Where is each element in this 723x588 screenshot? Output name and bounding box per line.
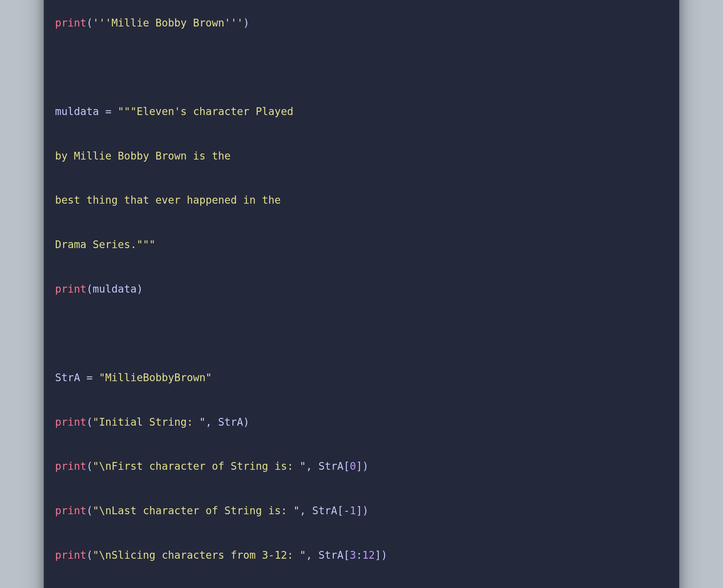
blank-line [55,56,668,78]
punct: ( [86,505,93,517]
string-literal: '''Millie Bobby Brown''' [93,17,243,29]
function-call: print [55,460,86,472]
function-call: print [55,505,86,517]
punct: , StrA[ [300,505,343,517]
code-line: StrA = "MillieBobbyBrown" [55,367,668,389]
code-line: Drama Series.""" [55,234,668,256]
string-literal: "\nSlicing characters from 3-12: " [93,549,306,561]
function-call: print [55,283,86,295]
punct: ) [243,17,250,29]
code-line: print("Initial String: ", StrA) [55,411,668,433]
string-literal: by Millie Bobby Brown is the [55,150,237,162]
string-literal: best thing that ever happened in the [55,194,287,206]
punct: ( [86,17,93,29]
punct: ]) [375,549,388,561]
string-literal: "\nLast character of String is: " [93,505,300,517]
number-literal: 1 [350,505,356,517]
code-line: print(muldata) [55,278,668,300]
number-literal: 3 [350,549,356,561]
code-line: best thing that ever happened in the [55,189,668,211]
assignment: StrA = [55,372,99,384]
code-line: print("\nSlicing characters from 3-12: "… [55,544,668,566]
code-line: muldata = """Eleven's character Played [55,101,668,123]
string-literal: "Initial String: " [93,416,206,428]
operator: : [356,549,363,561]
punct: , StrA[ [306,460,349,472]
assignment: muldata = [55,106,118,118]
punct: ]) [356,460,369,472]
punct: , StrA[ [306,549,349,561]
function-call: print [55,549,86,561]
string-literal: "MillieBobbyBrown" [99,372,212,384]
string-literal: "\nFirst character of String is: " [93,460,306,472]
punct: ( [86,460,93,472]
code-block: print("Millie Bobby Brown") print('Milli… [55,0,668,588]
number-literal: 0 [350,460,356,472]
code-line: print('''Millie Bobby Brown''') [55,12,668,34]
punct: ( [86,416,93,428]
string-literal: Drama Series.""" [55,239,155,251]
function-call: print [55,17,86,29]
code-line: print("\nFirst character of String is: "… [55,455,668,478]
string-literal: """Eleven's character Played [118,106,300,118]
blank-line [55,322,668,344]
function-call: print [55,416,86,428]
punct: ]) [356,505,369,517]
number-literal: 12 [362,549,375,561]
operator: - [343,505,350,517]
code-line: by Millie Bobby Brown is the [55,145,668,167]
punct: ( [86,549,93,561]
punct: (muldata) [86,283,143,295]
code-line: print("\nLast character of String is: ",… [55,500,668,522]
code-window: print("Millie Bobby Brown") print('Milli… [44,0,679,588]
punct: , StrA) [205,416,249,428]
